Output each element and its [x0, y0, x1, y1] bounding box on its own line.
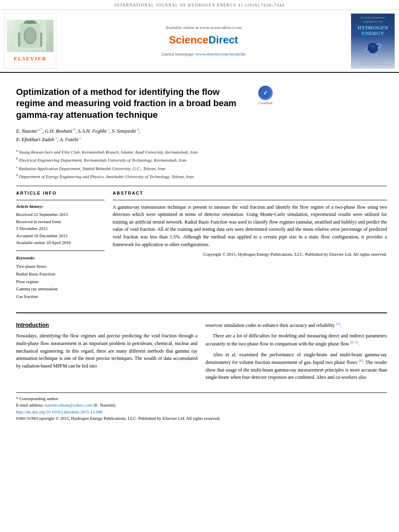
intro-left-text: Nowadays, identifying the flow regimes a… — [16, 332, 197, 370]
elsevier-tree-image — [7, 20, 53, 52]
svg-rect-1 — [18, 33, 21, 47]
elsevier-brand-text: ELSEVIER — [14, 55, 47, 62]
authors-line: E. Nazemi a,*, G.H. Roshani b, S.A.H. Fe… — [16, 127, 387, 144]
journal-top-bar: International Journal of Hydrogen Energy… — [0, 0, 399, 10]
section-break — [16, 312, 387, 313]
received-revised-label: Received in revised form — [16, 218, 105, 226]
journal-homepage-link[interactable]: www.elsevier.com/locate/he — [196, 51, 246, 56]
svg-point-3 — [21, 21, 39, 42]
author-nazemi: E. Nazemi — [16, 128, 37, 134]
doi-line: http://dx.doi.org/10.1016/j.ijhydene.201… — [16, 409, 387, 415]
accepted-date: Accepted 16 December 2015 — [16, 232, 105, 240]
affiliations: a Young Researchers and Elite Club, Kerm… — [16, 148, 387, 180]
abstract-copyright: Copyright © 2015, Hydrogen Energy Public… — [113, 251, 387, 257]
intro-top-divider — [16, 312, 387, 313]
author-zadeh: E. Eftekhari Zadeh — [16, 137, 54, 142]
affil-sup-a1: a,* — [38, 127, 43, 131]
email-label: E-mail address: — [16, 403, 44, 407]
keywords-divider — [16, 251, 105, 251]
journal-publication-line: an official publication of thehydrogen e… — [357, 60, 388, 66]
journal-header: ELSEVIER Available online at www.science… — [0, 10, 399, 73]
svg-rect-5 — [28, 39, 33, 47]
author-setayeshi: S. Setayeshi — [112, 128, 136, 134]
svg-rect-2 — [39, 33, 42, 47]
affil-sup-c2: c — [80, 136, 81, 140]
footnote-section: * Corresponding author. E-mail address: … — [16, 392, 387, 422]
received-revised-date: 5 December 2015 — [16, 225, 105, 232]
doi-link[interactable]: http://dx.doi.org/10.1016/j.ijhydene.201… — [16, 409, 103, 414]
abstract-col: ABSTRACT A gamma-ray transmission techni… — [113, 190, 387, 300]
affil-sup-c1: c — [108, 127, 109, 131]
elsevier-logo-block: ELSEVIER — [4, 13, 56, 69]
journal-homepage-label: journal homepage: — [162, 51, 195, 56]
section-divider — [16, 186, 387, 186]
article-history-text: Received 22 September 2015 Received in r… — [16, 211, 105, 246]
intro-left-col: Introduction Nowadays, identifying the f… — [16, 321, 197, 384]
affil-sup-b: b — [74, 127, 76, 131]
journal-logo-right: international journal of HYDROGEN ENERGY… — [351, 13, 395, 69]
ref-6: [6] — [359, 359, 363, 363]
paper-title: Optimization of a method for identifying… — [16, 86, 249, 121]
intro-para-right-3: Abro et al. examined the performance of … — [206, 351, 387, 381]
article-info-divider — [16, 200, 105, 200]
email-link[interactable]: nazemi.ehsan@yahoo.com — [45, 403, 92, 407]
sciencedirect-brand: ScienceDirect — [169, 33, 238, 47]
crossmark-circle: ✓ — [258, 86, 273, 100]
intro-heading: Introduction — [16, 321, 197, 329]
journal-name-small: international journal of — [354, 16, 392, 24]
bottom-copyright: 0360-3199/Copyright © 2015, Hydrogen Ene… — [16, 415, 387, 422]
corresponding-author-label: * Corresponding author. — [16, 395, 387, 402]
svg-point-4 — [23, 23, 37, 41]
svg-rect-6 — [22, 43, 38, 44]
abstract-label: ABSTRACT — [113, 190, 387, 196]
planet-icon — [363, 38, 383, 58]
article-info-abstract-section: ARTICLE INFO Article history: Received 2… — [16, 190, 387, 300]
author-roshani: G.H. Roshani — [45, 128, 72, 134]
crossmark-badge[interactable]: ✓ CrossMark — [253, 86, 278, 106]
affil-sup-a2: a — [56, 136, 57, 140]
keyword-2: Radial Basis Function — [16, 270, 105, 278]
affil-d: d Department of Energy Engineering and P… — [16, 172, 387, 180]
keyword-3: Flow regime — [16, 278, 105, 286]
intro-para-right-2: There are a lot of difficulties for mode… — [206, 332, 387, 347]
crossmark-label: CrossMark — [258, 101, 273, 105]
email-name: (E. Nazemi). — [94, 403, 117, 407]
journal-homepage: journal homepage: www.elsevier.com/locat… — [162, 51, 246, 57]
svg-point-10 — [370, 45, 376, 49]
affil-b: b Electrical Engineering Department, Ker… — [16, 156, 387, 164]
journal-name-big: HYDROGEN ENERGY — [354, 25, 392, 37]
available-online-text: Available online at www.sciencedirect.co… — [165, 25, 242, 31]
intro-right-col: reservoir simulation codes to enhance th… — [206, 321, 387, 384]
keyword-4: Gamma ray attenuation — [16, 285, 105, 293]
abstract-text: A gamma-ray transmission technique is pr… — [113, 203, 387, 249]
ref-1: [1] — [336, 322, 341, 326]
affil-sup-d: d — [137, 127, 139, 131]
email-footnote: E-mail address: nazemi.ehsan@yahoo.com (… — [16, 402, 387, 409]
header-center: Available online at www.sciencedirect.co… — [60, 13, 347, 69]
affil-a: a Young Researchers and Elite Club, Kerm… — [16, 148, 387, 156]
intro-para-1: Nowadays, identifying the flow regimes a… — [16, 332, 197, 370]
article-info-col: ARTICLE INFO Article history: Received 2… — [16, 190, 105, 300]
affil-c: c Radiation Application Department, Shah… — [16, 164, 387, 172]
available-online-date: Available online 10 April 2016 — [16, 239, 105, 246]
article-info-label: ARTICLE INFO — [16, 190, 105, 196]
keyword-1: Two-phase flows — [16, 263, 105, 270]
keywords-label: Keywords: — [16, 255, 105, 261]
ref-2-5: [2–5] — [350, 340, 358, 344]
main-content: Optimization of a method for identifying… — [0, 73, 399, 426]
svg-text:✓: ✓ — [263, 90, 268, 96]
keywords-section: Keywords: Two-phase flows Radial Basis F… — [16, 255, 105, 300]
introduction-section: Introduction Nowadays, identifying the f… — [16, 321, 387, 384]
author-fatehi: A. Fatehi — [60, 137, 78, 142]
author-feghhi: S.A.H. Feghhi — [78, 128, 107, 134]
received-date: Received 22 September 2015 — [16, 211, 105, 218]
keyword-5: Gas fraction — [16, 293, 105, 300]
intro-para-right-1: reservoir simulation codes to enhance th… — [206, 321, 387, 329]
abstract-divider — [113, 200, 387, 200]
article-history-heading: Article history: — [16, 203, 105, 210]
intro-right-text: reservoir simulation codes to enhance th… — [206, 321, 387, 381]
